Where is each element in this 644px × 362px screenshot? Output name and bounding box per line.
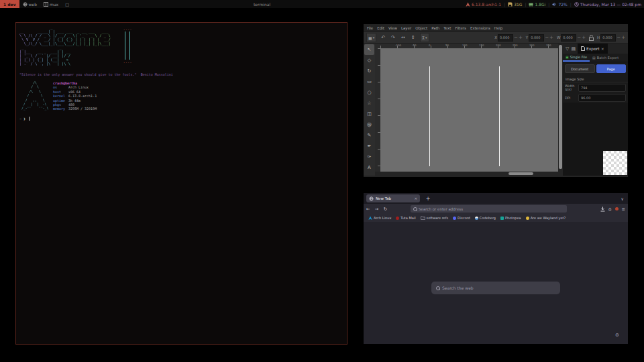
tool-text[interactable]: A xyxy=(364,162,374,173)
lock-ratio-icon[interactable] xyxy=(589,35,594,41)
tool-ellipse[interactable]: ○ xyxy=(364,87,374,98)
home-icon[interactable]: ⌂ xyxy=(608,206,611,212)
tool-3dbox[interactable]: ◫ xyxy=(364,109,374,119)
speaker-icon xyxy=(552,2,557,7)
rotate-ccw-icon[interactable]: ↶ xyxy=(381,35,385,40)
menu-view[interactable]: View xyxy=(388,26,397,30)
fetch-info: crash@bertha osArch Linux hostx86_64 ker… xyxy=(53,81,97,111)
browser-window: New Tab × + ∨ ← → ↻ Search or enter addr… xyxy=(364,193,628,344)
menu-extensions[interactable]: Extensions xyxy=(470,26,490,30)
square-icon: □ xyxy=(65,2,69,7)
tool-star[interactable]: ☆ xyxy=(364,98,374,109)
shell-prompt[interactable]: ~ ❯ xyxy=(19,117,343,121)
menu-filters[interactable]: Filters xyxy=(455,26,466,30)
search-placeholder: Search the web xyxy=(442,286,474,290)
width-input[interactable]: 794 xyxy=(578,84,626,92)
document-button[interactable]: Document xyxy=(565,64,595,73)
rotate-cw-icon[interactable]: ↷ xyxy=(391,35,395,40)
clock-icon xyxy=(574,2,579,7)
vertical-scrollbar[interactable] xyxy=(558,44,563,176)
tab-batch-export[interactable]: ▤Batch Export xyxy=(590,54,621,62)
downloads-icon[interactable] xyxy=(600,206,605,212)
bookmark-wayland[interactable]: Are we Wayland yet? xyxy=(526,216,566,220)
flip-vertical-icon[interactable]: ↕ xyxy=(411,35,415,40)
page-button[interactable]: Page xyxy=(596,64,627,73)
tool-spiral[interactable]: @ xyxy=(364,119,374,130)
memory-segment: 1.8Gi xyxy=(529,2,545,7)
reload-icon[interactable]: ↻ xyxy=(381,206,390,212)
menu-text[interactable]: Text xyxy=(443,26,451,30)
focused-window-title: terminal xyxy=(254,0,270,8)
url-bar[interactable]: Search or enter address xyxy=(411,205,567,213)
scrollbar-thumb[interactable] xyxy=(559,45,562,169)
tool-node-editor[interactable]: ◇ xyxy=(364,55,374,66)
x-position-field[interactable]: X0.000−+ xyxy=(494,34,523,42)
close-tab-icon[interactable]: × xyxy=(414,196,417,200)
selection-mode-dropdown[interactable]: ▦▾ xyxy=(366,33,376,42)
flip-horizontal-icon[interactable]: ↔ xyxy=(401,35,405,40)
list-tabs-icon[interactable]: ∨ xyxy=(621,194,624,202)
back-icon[interactable]: ← xyxy=(364,206,372,212)
ascii-exclamation: .... .... xyxy=(122,27,133,64)
prompt-path: ~ xyxy=(19,117,21,121)
new-tab-button[interactable]: + xyxy=(424,194,432,202)
drawing-canvas[interactable] xyxy=(380,48,558,172)
tool-pen[interactable]: ✒ xyxy=(364,141,374,152)
close-icon[interactable]: × xyxy=(601,46,604,51)
tool-calligraphy[interactable]: ✑ xyxy=(364,152,374,162)
raise-lower-dropdown[interactable]: ⊼▾ xyxy=(420,33,429,42)
menu-icon[interactable]: ≡ xyxy=(622,206,625,212)
discord-icon xyxy=(453,217,456,220)
tool-selector[interactable]: ↖ xyxy=(364,44,374,55)
y-position-field[interactable]: Y0.000−+ xyxy=(526,34,553,42)
separator: | xyxy=(525,2,526,7)
horizontal-ruler: -100 -50 0 50 100 150 200 250 300 350 xyxy=(380,44,558,48)
ram-icon xyxy=(529,2,533,7)
workspace-tag-4[interactable]: □ xyxy=(62,0,72,8)
bookmark-tuta-mail[interactable]: Tuta Mail xyxy=(396,216,415,220)
extension-icon[interactable] xyxy=(615,207,619,210)
menu-layer[interactable]: Layer xyxy=(401,26,411,30)
url-placeholder: Search or enter address xyxy=(419,207,463,211)
workspace-tag-web[interactable]: web xyxy=(19,0,40,8)
bookmark-arch-linux[interactable]: Arch Linux xyxy=(368,216,391,220)
menu-path[interactable]: Path xyxy=(431,26,439,30)
height-field[interactable]: H0.000−+ xyxy=(597,34,625,42)
menu-object[interactable]: Object xyxy=(415,26,427,30)
workspace-tag-dev[interactable]: 1 dev xyxy=(0,0,19,8)
navigation-bar: ← → ↻ Search or enter address ⌂ ≡ xyxy=(364,204,628,214)
workspace-tag-mux[interactable]: mux xyxy=(40,0,62,8)
dpi-input[interactable]: 96.00 xyxy=(578,94,626,102)
export-dialog-tab[interactable]: Export × xyxy=(578,44,608,54)
tab-single-file[interactable]: ▣Single File xyxy=(563,54,590,62)
forward-icon[interactable]: → xyxy=(372,206,381,212)
bookmark-discord[interactable]: Discord xyxy=(453,216,470,220)
tool-pencil[interactable]: ✎ xyxy=(364,130,374,141)
disk-icon xyxy=(508,2,513,7)
personalize-gear-icon[interactable]: ⚙ xyxy=(615,333,619,338)
objects-dialog-icon[interactable]: ▽ xyxy=(566,46,569,52)
toolbar-icons: ⌂ ≡ xyxy=(600,204,625,214)
menu-file[interactable]: File xyxy=(367,26,373,30)
web-search-input[interactable]: Search the web xyxy=(431,282,560,294)
swatches-dialog-icon[interactable]: ▤ xyxy=(571,46,576,52)
image-size-heading: Image Size xyxy=(563,75,628,82)
dots-top: .... xyxy=(123,27,131,31)
horizontal-scrollbar[interactable] xyxy=(380,172,558,176)
terminal-window[interactable]: _ __ _____| | ___ ___ _ __ ___ ___ \ \ /… xyxy=(15,22,347,345)
bookmark-software-refs[interactable]: software refs xyxy=(421,216,448,220)
export-preview-checker xyxy=(603,151,627,175)
exclamation-bars xyxy=(125,32,130,60)
width-field[interactable]: W0.000−+ xyxy=(557,34,586,42)
menu-edit[interactable]: Edit xyxy=(377,26,384,30)
menu-help[interactable]: Help xyxy=(494,26,503,30)
browser-tab[interactable]: New Tab × xyxy=(366,194,420,202)
tool-rectangle[interactable]: ▭ xyxy=(364,76,374,87)
bookmark-codeberg[interactable]: Codeberg xyxy=(475,216,496,220)
scrollbar-thumb[interactable] xyxy=(508,172,533,175)
toolbox: ↖ ◇ ↻ ▭ ○ ☆ ◫ @ ✎ ✒ ✑ A xyxy=(364,44,375,176)
photopea-icon xyxy=(500,217,504,220)
export-mode-tabs: ▣Single File ▤Batch Export xyxy=(563,54,628,62)
bookmark-photopea[interactable]: Photopea xyxy=(500,216,521,220)
tool-shape-builder[interactable]: ↻ xyxy=(364,66,374,76)
